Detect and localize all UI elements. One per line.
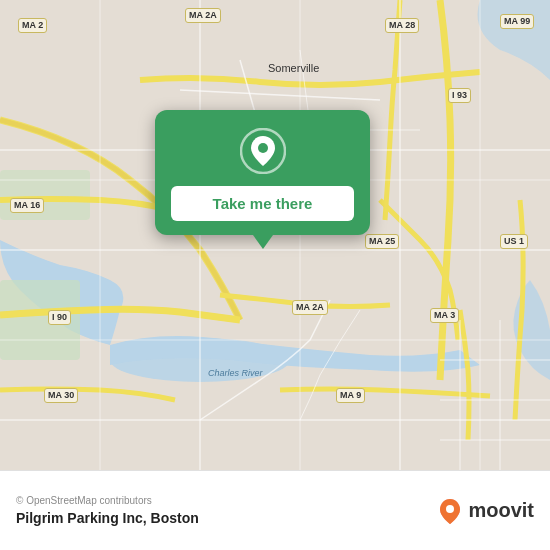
location-pin-icon	[240, 128, 286, 174]
info-left: © OpenStreetMap contributors Pilgrim Par…	[16, 495, 199, 526]
map-container: MA 2 MA 2A MA 28 MA 99 MA 16 MA 25 I 93 …	[0, 0, 550, 470]
info-bar: © OpenStreetMap contributors Pilgrim Par…	[0, 470, 550, 550]
moovit-logo: moovit	[436, 497, 534, 525]
road-label-ma28: MA 28	[385, 18, 419, 33]
road-label-ma2: MA 2	[18, 18, 47, 33]
road-label-ma25: MA 25	[365, 234, 399, 249]
road-label-ma16: MA 16	[10, 198, 44, 213]
road-label-us1: US 1	[500, 234, 528, 249]
copyright-text: © OpenStreetMap contributors	[16, 495, 199, 506]
svg-point-24	[258, 143, 268, 153]
moovit-text: moovit	[468, 499, 534, 522]
charles-river-label: Charles River	[208, 368, 263, 378]
road-label-ma9: MA 9	[336, 388, 365, 403]
road-label-i90: I 90	[48, 310, 71, 325]
road-label-ma30: MA 30	[44, 388, 78, 403]
road-label-ma2a-mid: MA 2A	[292, 300, 328, 315]
road-label-ma2a-top: MA 2A	[185, 8, 221, 23]
road-label-i93: I 93	[448, 88, 471, 103]
svg-point-25	[446, 505, 454, 513]
take-me-there-button[interactable]: Take me there	[171, 186, 354, 221]
moovit-pin-icon	[436, 497, 464, 525]
location-name: Pilgrim Parking Inc, Boston	[16, 510, 199, 526]
popup-card: Take me there	[155, 110, 370, 235]
road-label-ma99: MA 99	[500, 14, 534, 29]
somerville-label: Somerville	[268, 62, 319, 74]
road-label-ma3: MA 3	[430, 308, 459, 323]
